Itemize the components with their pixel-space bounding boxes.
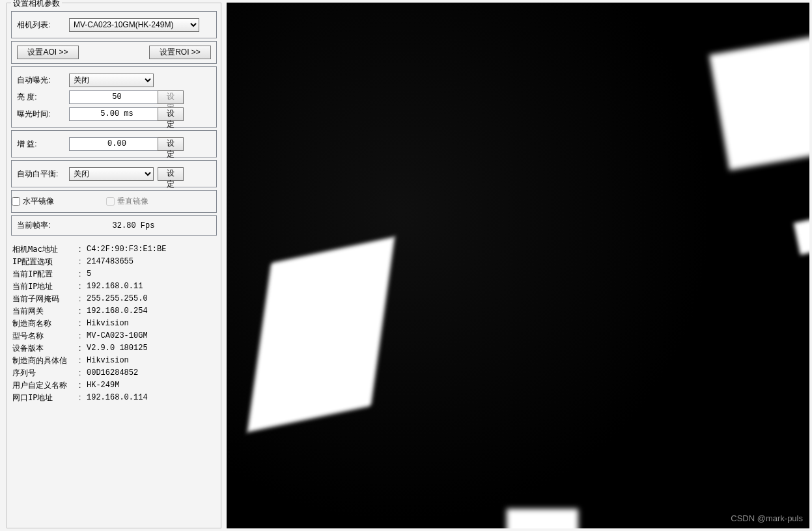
camera-list-dropdown[interactable]: MV-CA023-10GM(HK-249M): [69, 18, 199, 32]
app-container: 设置相机参数 相机列表: MV-CA023-10GM(HK-249M) 设置AO…: [0, 0, 812, 531]
camera-list-label: 相机列表:: [17, 20, 69, 31]
info-value: Hikvision: [87, 355, 129, 366]
info-value: 192.168.0.11: [87, 281, 143, 292]
exposure-time-label: 曝光时间:: [17, 109, 69, 120]
info-row: 制造商名称:Hikvision: [12, 318, 216, 329]
exposure-time-stepper[interactable]: ▲ ▼: [69, 107, 154, 121]
white-balance-label: 自动白平衡:: [17, 169, 69, 180]
info-label: 当前IP地址: [12, 281, 79, 292]
info-value: MV-CA023-10GM: [87, 331, 148, 341]
info-row: 制造商的具体信:Hikvision: [12, 355, 216, 366]
info-value: HK-249M: [87, 380, 119, 390]
info-label: 当前子网掩码: [12, 293, 79, 304]
set-aoi-button[interactable]: 设置AOI >>: [17, 46, 79, 59]
auto-exposure-dropdown[interactable]: 关闭: [69, 74, 154, 87]
brightness-set-button: 设定: [158, 90, 184, 104]
info-label: 相机Mac地址: [12, 244, 79, 254]
aoi-roi-panel: 设置AOI >> 设置ROI >>: [11, 41, 217, 64]
groupbox-title: 设置相机参数: [11, 0, 62, 9]
exposure-set-button[interactable]: 设定: [158, 107, 184, 121]
info-value: 00D16284852: [87, 368, 138, 378]
gain-stepper[interactable]: ▲ ▼: [69, 137, 154, 151]
brightness-input[interactable]: [69, 90, 165, 104]
white-balance-dropdown[interactable]: 关闭: [69, 167, 154, 181]
info-label: 设备版本: [12, 343, 79, 353]
watermark: CSDN @mark-puls: [731, 513, 803, 523]
info-label: 当前IP配置: [12, 269, 79, 279]
info-row: 当前IP地址:192.168.0.11: [12, 281, 216, 292]
fps-panel: 当前帧率: 32.80 Fps: [11, 215, 217, 236]
vertical-mirror-checkbox: 垂直镜像: [106, 196, 148, 207]
gain-panel: 增 益: ▲ ▼ 设定: [11, 130, 217, 157]
gain-label: 增 益:: [17, 139, 69, 150]
exposure-time-input[interactable]: [69, 107, 165, 121]
info-row: 当前子网掩码:255.255.255.0: [12, 293, 216, 304]
info-label: 制造商名称: [12, 318, 79, 329]
auto-exposure-label: 自动曝光:: [17, 75, 69, 86]
gain-set-button[interactable]: 设定: [158, 137, 184, 151]
brightness-label: 亮 度:: [17, 92, 69, 103]
info-label: 用户自定义名称: [12, 380, 79, 390]
info-label: 制造商的具体信: [12, 355, 79, 366]
info-label: 序列号: [12, 368, 79, 378]
info-value: C4:2F:90:F3:E1:BE: [87, 244, 166, 254]
fps-label: 当前帧率:: [17, 220, 56, 231]
white-balance-set-button[interactable]: 设定: [158, 167, 184, 181]
info-value: V2.9.0 180125: [87, 343, 148, 353]
gain-input[interactable]: [69, 137, 165, 151]
fps-value: 32.80 Fps: [56, 221, 211, 230]
info-value: 2147483655: [87, 256, 133, 267]
set-roi-button[interactable]: 设置ROI >>: [149, 46, 211, 59]
camera-settings-groupbox: 设置相机参数 相机列表: MV-CA023-10GM(HK-249M) 设置AO…: [7, 3, 221, 528]
info-row: 相机Mac地址:C4:2F:90:F3:E1:BE: [12, 244, 216, 254]
info-label: 型号名称: [12, 331, 79, 341]
horizontal-mirror-checkbox[interactable]: 水平镜像: [12, 196, 54, 207]
vertical-mirror-input: [106, 197, 115, 206]
info-value: 192.168.0.254: [87, 306, 148, 316]
info-value: Hikvision: [87, 318, 129, 329]
info-label: 网口IP地址: [12, 392, 79, 403]
white-balance-panel: 自动白平衡: 关闭 设定: [11, 160, 217, 187]
camera-info-list: 相机Mac地址:C4:2F:90:F3:E1:BEIP配置选项:21474836…: [11, 239, 217, 407]
brightness-stepper[interactable]: ▲ ▼: [69, 90, 154, 104]
info-value: 192.168.0.114: [87, 392, 148, 403]
info-value: 255.255.255.0: [87, 293, 148, 304]
exposure-panel: 自动曝光: 关闭 亮 度: ▲ ▼ 设定: [11, 66, 217, 128]
info-row: 网口IP地址:192.168.0.114: [12, 392, 216, 403]
info-value: 5: [87, 269, 91, 279]
info-label: IP配置选项: [12, 256, 79, 267]
mirror-panel: 水平镜像 垂直镜像: [11, 190, 217, 213]
info-label: 当前网关: [12, 306, 79, 316]
info-row: 设备版本:V2.9.0 180125: [12, 343, 216, 353]
camera-list-panel: 相机列表: MV-CA023-10GM(HK-249M): [11, 11, 217, 38]
info-row: IP配置选项:2147483655: [12, 256, 216, 267]
info-row: 序列号:00D16284852: [12, 368, 216, 378]
horizontal-mirror-input[interactable]: [12, 197, 20, 206]
info-row: 型号名称:MV-CA023-10GM: [12, 331, 216, 341]
camera-preview: CSDN @mark-puls: [227, 3, 809, 528]
info-row: 当前IP配置:5: [12, 269, 216, 279]
info-row: 当前网关:192.168.0.254: [12, 306, 216, 316]
info-row: 用户自定义名称:HK-249M: [12, 380, 216, 390]
settings-sidebar: 设置相机参数 相机列表: MV-CA023-10GM(HK-249M) 设置AO…: [7, 3, 221, 528]
